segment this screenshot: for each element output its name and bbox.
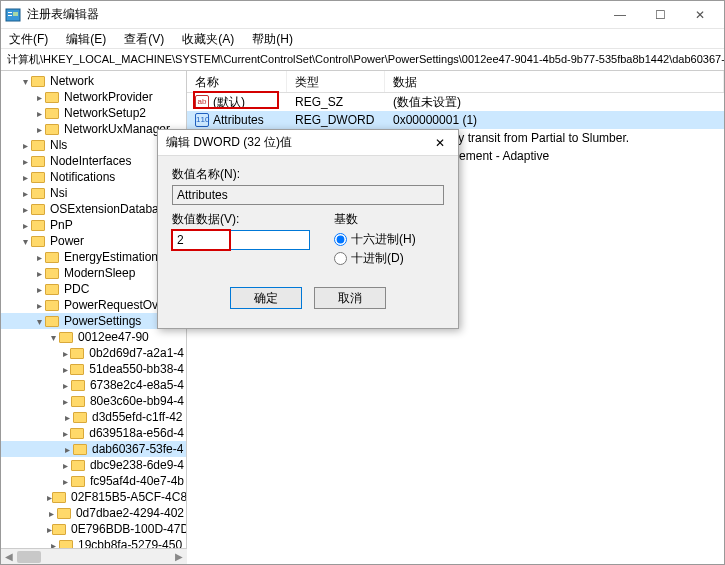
dialog-close-button[interactable]: ✕ bbox=[430, 136, 450, 150]
chevron-icon[interactable]: ▸ bbox=[33, 284, 45, 295]
chevron-icon[interactable]: ▸ bbox=[33, 268, 45, 279]
folder-icon bbox=[31, 188, 45, 199]
ok-button[interactable]: 确定 bbox=[230, 287, 302, 309]
folder-icon bbox=[71, 380, 85, 391]
tree-item[interactable]: ▸fc95af4d-40e7-4b bbox=[1, 473, 186, 489]
chevron-icon[interactable]: ▸ bbox=[61, 396, 71, 407]
menu-help[interactable]: 帮助(H) bbox=[252, 31, 293, 46]
tree-item-label: fc95af4d-40e7-4b bbox=[88, 474, 186, 488]
radio-dec-input[interactable] bbox=[334, 252, 347, 265]
window-title: 注册表编辑器 bbox=[27, 6, 600, 23]
col-data[interactable]: 数据 bbox=[385, 71, 724, 92]
tree-item[interactable]: ▸51dea550-bb38-4 bbox=[1, 361, 186, 377]
list-row[interactable]: ab(默认)REG_SZ(数值未设置) bbox=[187, 93, 724, 111]
scroll-thumb[interactable] bbox=[17, 551, 41, 563]
address-bar[interactable]: 计算机\HKEY_LOCAL_MACHINE\SYSTEM\CurrentCon… bbox=[1, 49, 724, 71]
list-row[interactable]: 110AttributesREG_DWORD0x00000001 (1) bbox=[187, 111, 724, 129]
tree-item[interactable]: ▸80e3c60e-bb94-4 bbox=[1, 393, 186, 409]
chevron-icon[interactable]: ▸ bbox=[61, 476, 71, 487]
tree-item[interactable]: ▸NetworkProvider bbox=[1, 89, 186, 105]
chevron-icon[interactable]: ▸ bbox=[19, 204, 31, 215]
tree-item-label: ModernSleep bbox=[62, 266, 137, 280]
chevron-icon[interactable]: ▸ bbox=[33, 108, 45, 119]
menu-file[interactable]: 文件(F) bbox=[9, 31, 48, 46]
cell-name: ab(默认) bbox=[187, 94, 287, 111]
cancel-button[interactable]: 取消 bbox=[314, 287, 386, 309]
list-header[interactable]: 名称 类型 数据 bbox=[187, 71, 724, 93]
value-name-label: 数值名称(N): bbox=[172, 166, 444, 183]
col-type[interactable]: 类型 bbox=[287, 71, 385, 92]
chevron-icon[interactable]: ▸ bbox=[33, 124, 45, 135]
tree-item[interactable]: ▸0d7dbae2-4294-402 bbox=[1, 505, 186, 521]
tree-item[interactable]: ▸dab60367-53fe-4 bbox=[1, 441, 186, 457]
chevron-icon[interactable]: ▸ bbox=[19, 140, 31, 151]
tree-item-label: d3d55efd-c1ff-42 bbox=[90, 410, 185, 424]
value-data-input[interactable] bbox=[172, 230, 310, 250]
chevron-icon[interactable]: ▸ bbox=[61, 428, 70, 439]
chevron-icon[interactable]: ▸ bbox=[47, 508, 57, 519]
folder-icon bbox=[45, 124, 59, 135]
tree-item[interactable]: ▸0b2d69d7-a2a1-4 bbox=[1, 345, 186, 361]
radio-hex-input[interactable] bbox=[334, 233, 347, 246]
maximize-button[interactable]: ☐ bbox=[640, 3, 680, 27]
tree-item[interactable]: ▾0012ee47-90 bbox=[1, 329, 186, 345]
folder-icon bbox=[31, 156, 45, 167]
chevron-icon[interactable]: ▸ bbox=[61, 348, 70, 359]
tree-item[interactable]: ▸02F815B5-A5CF-4C8 bbox=[1, 489, 186, 505]
chevron-icon[interactable]: ▾ bbox=[47, 332, 59, 343]
folder-icon bbox=[31, 204, 45, 215]
folder-icon bbox=[45, 92, 59, 103]
svg-rect-2 bbox=[8, 15, 12, 16]
tree-item[interactable]: ▸0E796BDB-100D-47D bbox=[1, 521, 186, 537]
tree-item-label: Network bbox=[48, 74, 96, 88]
scroll-right-arrow[interactable]: ▶ bbox=[171, 549, 187, 564]
tree-item[interactable]: ▾Network bbox=[1, 73, 186, 89]
menu-edit[interactable]: 编辑(E) bbox=[66, 31, 106, 46]
radio-dec[interactable]: 十进制(D) bbox=[334, 250, 444, 267]
chevron-icon[interactable]: ▾ bbox=[33, 316, 45, 327]
tree-item[interactable]: ▸d3d55efd-c1ff-42 bbox=[1, 409, 186, 425]
minimize-button[interactable]: — bbox=[600, 3, 640, 27]
chevron-icon[interactable]: ▸ bbox=[19, 220, 31, 231]
chevron-icon[interactable]: ▸ bbox=[33, 92, 45, 103]
chevron-icon[interactable]: ▸ bbox=[61, 444, 73, 455]
tree-item[interactable]: ▸NetworkSetup2 bbox=[1, 105, 186, 121]
cell-type: REG_DWORD bbox=[287, 113, 385, 127]
tree-item-label: 80e3c60e-bb94-4 bbox=[88, 394, 186, 408]
chevron-icon[interactable]: ▸ bbox=[61, 412, 73, 423]
chevron-icon[interactable]: ▸ bbox=[33, 300, 45, 311]
folder-icon bbox=[73, 412, 87, 423]
tree-h-scrollbar[interactable]: ◀ ▶ bbox=[1, 548, 187, 564]
chevron-icon[interactable]: ▸ bbox=[61, 364, 70, 375]
chevron-icon[interactable]: ▸ bbox=[19, 156, 31, 167]
chevron-icon[interactable]: ▾ bbox=[19, 76, 31, 87]
close-button[interactable]: ✕ bbox=[680, 3, 720, 27]
menu-view[interactable]: 查看(V) bbox=[124, 31, 164, 46]
tree-item[interactable]: ▸dbc9e238-6de9-4 bbox=[1, 457, 186, 473]
chevron-icon[interactable]: ▸ bbox=[19, 188, 31, 199]
regedit-icon bbox=[5, 7, 21, 23]
tree-item-label: PnP bbox=[48, 218, 75, 232]
chevron-icon[interactable]: ▸ bbox=[61, 460, 71, 471]
tree-item-label: dbc9e238-6de9-4 bbox=[88, 458, 186, 472]
tree-item-label: d639518a-e56d-4 bbox=[87, 426, 186, 440]
col-name[interactable]: 名称 bbox=[187, 71, 287, 92]
tree-item-label: dab60367-53fe-4 bbox=[90, 442, 185, 456]
tree-item-label: Notifications bbox=[48, 170, 117, 184]
chevron-icon[interactable]: ▸ bbox=[33, 252, 45, 263]
tree-item-label: PDC bbox=[62, 282, 91, 296]
tree-item[interactable]: ▸d639518a-e56d-4 bbox=[1, 425, 186, 441]
scroll-left-arrow[interactable]: ◀ bbox=[1, 549, 17, 564]
folder-icon bbox=[31, 76, 45, 87]
menu-favorites[interactable]: 收藏夹(A) bbox=[182, 31, 234, 46]
chevron-icon[interactable]: ▸ bbox=[61, 380, 71, 391]
chevron-icon[interactable]: ▸ bbox=[19, 172, 31, 183]
value-name-input bbox=[172, 185, 444, 205]
tree-item-label: EnergyEstimation bbox=[62, 250, 160, 264]
folder-icon bbox=[45, 300, 59, 311]
dialog-title: 编辑 DWORD (32 位)值 bbox=[166, 134, 430, 151]
tree-item-label: 51dea550-bb38-4 bbox=[87, 362, 186, 376]
chevron-icon[interactable]: ▾ bbox=[19, 236, 31, 247]
tree-item[interactable]: ▸6738e2c4-e8a5-4 bbox=[1, 377, 186, 393]
radio-hex[interactable]: 十六进制(H) bbox=[334, 231, 444, 248]
